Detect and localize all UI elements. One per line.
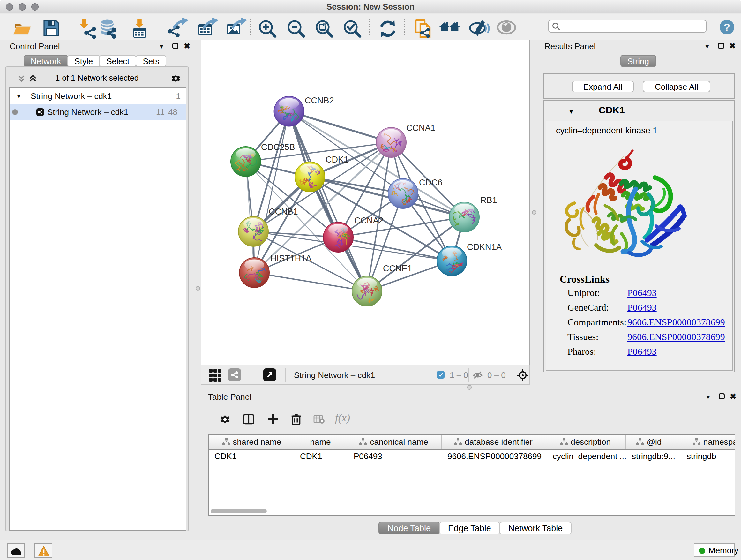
svg-text:CDK1: CDK1	[326, 155, 348, 165]
svg-text:RB1: RB1	[480, 195, 497, 205]
svg-text:CCNA1: CCNA1	[406, 123, 435, 133]
svg-text:HIST1H1A: HIST1H1A	[270, 253, 312, 263]
svg-text:CDC25B: CDC25B	[261, 142, 295, 152]
svg-text:CCNA2: CCNA2	[354, 216, 384, 226]
svg-text:CCNE1: CCNE1	[383, 264, 412, 273]
svg-text:CCNB2: CCNB2	[305, 96, 334, 105]
svg-text:CDKN1A: CDKN1A	[467, 242, 502, 252]
svg-text:CCNB1: CCNB1	[269, 207, 298, 216]
svg-text:CDC6: CDC6	[419, 178, 443, 187]
